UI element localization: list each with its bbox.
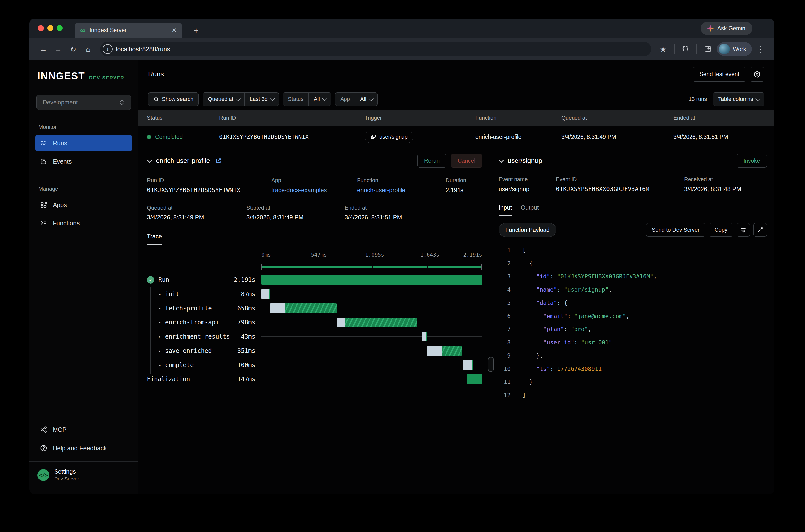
code-line: 11 }: [499, 375, 767, 388]
environment-select[interactable]: Development: [36, 95, 131, 110]
sidebar: INNGEST DEV SERVER Development Monitor R…: [30, 60, 138, 494]
axis-tick-label: 1.643s: [420, 252, 439, 258]
sidebar-item-events[interactable]: Events: [35, 153, 132, 170]
profile-chip[interactable]: Work: [717, 42, 752, 56]
trigger-cell: user/signup: [365, 131, 475, 143]
step-bar[interactable]: [270, 303, 336, 313]
trace-minimap[interactable]: [261, 264, 482, 271]
tab-output[interactable]: Output: [521, 204, 539, 216]
back-button[interactable]: ←: [37, 42, 50, 56]
trace-row-run[interactable]: ✓Run2.191s: [147, 273, 482, 287]
event-panel: user/signup Invoke Event name user/signu…: [491, 148, 774, 494]
step-bar[interactable]: [423, 332, 427, 341]
site-info-icon[interactable]: i: [102, 44, 113, 54]
step-duration: 100ms: [222, 362, 256, 368]
address-bar[interactable]: i localhost:8288/runs: [100, 41, 651, 56]
sidebar-item-apps[interactable]: Apps: [35, 196, 132, 213]
step-duration: 147ms: [222, 376, 256, 383]
panel-resize-handle[interactable]: [488, 357, 494, 372]
sidebar-item-help[interactable]: Help and Feedback: [35, 440, 132, 456]
line-number: 10: [499, 365, 510, 372]
runs-table-header: StatusRun IDTriggerFunctionQueued atEnde…: [138, 110, 774, 126]
step-duration: 351ms: [222, 347, 256, 354]
expand-button[interactable]: [753, 223, 767, 236]
trace-row-enrich-from-api[interactable]: ▸enrich-from-api798ms: [147, 315, 482, 329]
copy-button[interactable]: Copy: [709, 223, 733, 236]
expand-chevron-icon[interactable]: ▸: [158, 306, 161, 311]
forward-button[interactable]: →: [52, 42, 65, 56]
new-tab-button[interactable]: +: [194, 26, 199, 35]
reload-button[interactable]: ↻: [67, 42, 80, 56]
sidebar-item-settings[interactable]: </> Settings Dev Server: [35, 461, 132, 489]
trace-row-complete[interactable]: ▸complete100ms: [147, 358, 482, 372]
step-bar[interactable]: [467, 374, 482, 384]
window-controls[interactable]: [38, 25, 63, 31]
app-link[interactable]: trace-docs-examples: [271, 187, 357, 194]
extensions-icon[interactable]: [679, 42, 692, 56]
bookmark-star-icon[interactable]: ★: [657, 42, 670, 56]
tab-title: Inngest Server: [89, 27, 168, 34]
step-duration: 43ms: [222, 333, 256, 340]
chevron-down-icon: [270, 96, 275, 101]
expand-chevron-icon[interactable]: ▸: [158, 320, 161, 325]
run-table-row[interactable]: Completed 01KJXSYPZYB6TH2DSDSYETWN1X use…: [138, 126, 774, 148]
trace-row-fetch-profile[interactable]: ▸fetch-profile658ms: [147, 301, 482, 315]
step-bar[interactable]: [261, 275, 482, 285]
trigger-pill[interactable]: user/signup: [365, 131, 413, 143]
tab-input[interactable]: Input: [499, 204, 512, 216]
cancel-button[interactable]: Cancel: [451, 154, 482, 168]
send-to-dev-server-button[interactable]: Send to Dev Server: [646, 223, 706, 236]
tab-strip: ∞ Inngest Server ✕ + Ask Gemini: [30, 19, 774, 38]
axis-tick-label: 1.095s: [365, 252, 384, 258]
browser-menu-icon[interactable]: ⋮: [754, 45, 767, 54]
sidebar-item-runs[interactable]: Runs: [35, 135, 132, 151]
tab-close-icon[interactable]: ✕: [172, 27, 177, 34]
collapse-chevron-icon[interactable]: [147, 157, 153, 163]
send-test-event-button[interactable]: Send test event: [693, 67, 746, 82]
event-name-field: Event name user/signup: [499, 176, 556, 193]
sidebar-item-mcp[interactable]: MCP: [35, 421, 132, 438]
trace-row-finalization[interactable]: Finalization147ms: [147, 372, 482, 386]
runs-icon: [40, 139, 47, 147]
function-payload-pill[interactable]: Function Payload: [499, 223, 556, 237]
sidebar-item-functions[interactable]: Functions: [35, 215, 132, 231]
step-bar[interactable]: [427, 346, 462, 356]
event-copies-icon: [370, 134, 376, 140]
invoke-button[interactable]: Invoke: [736, 154, 767, 168]
toolbar-divider: [674, 44, 675, 54]
step-bar[interactable]: [463, 360, 473, 370]
status-filter[interactable]: Status All: [283, 92, 331, 106]
side-panel-search-icon[interactable]: [701, 42, 714, 56]
expand-chevron-icon[interactable]: ▸: [158, 291, 161, 297]
collapse-chevron-icon[interactable]: [499, 157, 504, 163]
ask-gemini-button[interactable]: Ask Gemini: [701, 22, 752, 35]
function-link[interactable]: enrich-user-profile: [357, 187, 446, 194]
show-search-button[interactable]: Show search: [148, 92, 199, 106]
events-icon: [40, 158, 47, 165]
trace-row-enrichment-results[interactable]: ▸enrichment-results43ms: [147, 329, 482, 344]
queued-at-filter[interactable]: Queued at Last 3d: [203, 92, 279, 106]
expand-chevron-icon[interactable]: ▸: [158, 334, 161, 339]
table-columns-dropdown[interactable]: Table columns: [713, 92, 764, 106]
column-header: Ended at: [673, 115, 774, 121]
trace-row-init[interactable]: ▸init87ms: [147, 287, 482, 301]
payload-json-editor[interactable]: 1[2 {3 "id": "01KJXSYPSFHBXX03GRJFV3A16M…: [499, 243, 767, 402]
minimize-window-button[interactable]: [47, 25, 53, 31]
expand-chevron-icon[interactable]: ▸: [158, 348, 161, 353]
axis-tick-label: 0ms: [261, 252, 271, 258]
step-bar[interactable]: [261, 289, 270, 299]
maximize-window-button[interactable]: [57, 25, 63, 31]
trace-row-save-enriched[interactable]: ▸save-enriched351ms: [147, 344, 482, 358]
home-button[interactable]: ⌂: [82, 42, 95, 56]
app-filter[interactable]: App All: [335, 92, 378, 106]
tab-trace[interactable]: Trace: [147, 233, 162, 245]
external-link-icon[interactable]: [215, 157, 222, 164]
browser-tab[interactable]: ∞ Inngest Server ✕: [75, 23, 182, 38]
expand-chevron-icon[interactable]: ▸: [158, 362, 161, 367]
run-id-cell: 01KJXSYPZYB6TH2DSDSYETWN1X: [219, 134, 365, 140]
close-window-button[interactable]: [38, 25, 44, 31]
settings-gear-button[interactable]: [750, 67, 764, 82]
rerun-button[interactable]: Rerun: [417, 154, 447, 168]
step-bar[interactable]: [337, 318, 417, 327]
word-wrap-button[interactable]: [736, 223, 750, 236]
